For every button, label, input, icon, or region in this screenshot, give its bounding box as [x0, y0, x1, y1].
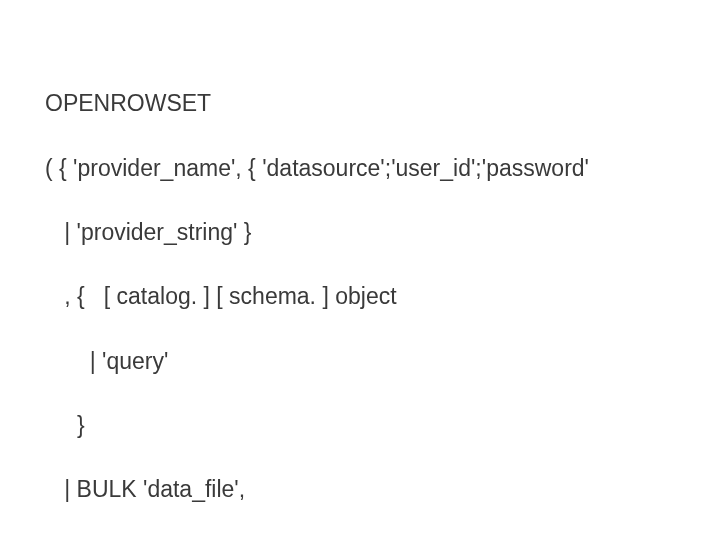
syntax-line: | 'query' [45, 345, 675, 377]
syntax-line: | 'provider_string' } [45, 216, 675, 248]
syntax-line: | BULK 'data_file', [45, 473, 675, 505]
syntax-line: OPENROWSET [45, 87, 675, 119]
syntax-line: } [45, 409, 675, 441]
syntax-line: ( { 'provider_name', { 'datasource';'use… [45, 152, 675, 184]
syntax-line: , { [ catalog. ] [ schema. ] object [45, 280, 675, 312]
syntax-block: OPENROWSET ( { 'provider_name', { 'datas… [45, 55, 675, 540]
